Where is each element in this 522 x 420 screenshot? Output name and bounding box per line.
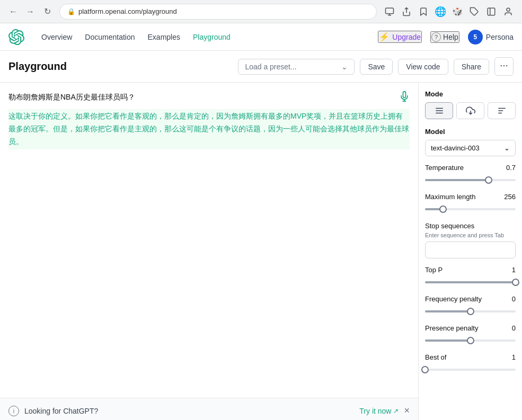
nav-overview[interactable]: Overview	[41, 33, 72, 41]
prompt-answer: 这取决于你的定义。如果你把它看作是客观的，那么是肯定的，因为詹姆斯拥有最多的MV…	[8, 109, 410, 149]
model-select[interactable]: text-davinci-003 ⌄	[425, 140, 516, 156]
help-label: Help	[443, 33, 458, 41]
svg-rect-2	[488, 8, 495, 15]
model-value: text-davinci-003	[431, 144, 480, 152]
back-button[interactable]: ←	[6, 5, 20, 19]
more-options-button[interactable]	[494, 57, 514, 76]
stop-sequences-hint: Enter sequence and press Tab	[425, 232, 516, 238]
forward-button[interactable]: →	[23, 5, 37, 19]
persona-button[interactable]: 5 Persona	[468, 30, 514, 44]
bottom-banner: i Looking for ChatGPT? Try it now ↗ ×	[0, 398, 418, 420]
top-p-value: 1	[512, 266, 516, 274]
browser-nav-icons: ← → ↻	[6, 5, 54, 19]
mode-edit-button[interactable]	[488, 102, 516, 119]
left-panel: 勒布朗詹姆斯是NBA历史最佳球员吗？ 这取决于你的定义。如果你把它看作是客观的，…	[0, 83, 419, 420]
prompt-question: 勒布朗詹姆斯是NBA历史最佳球员吗？	[8, 91, 410, 103]
view-code-button[interactable]: View code	[398, 59, 448, 75]
presence-penalty-label: Presence penalty	[425, 324, 478, 332]
model-chevron-icon: ⌄	[504, 144, 510, 152]
upgrade-button[interactable]: ⚡ Upgrade	[378, 31, 422, 43]
openai-logo	[8, 29, 24, 45]
page-title: Playground	[8, 60, 233, 73]
svg-point-6	[503, 65, 505, 66]
best-of-value: 1	[512, 353, 516, 361]
mic-icon[interactable]	[399, 91, 410, 104]
svg-point-5	[501, 65, 502, 66]
frequency-penalty-value: 0	[512, 295, 516, 303]
presence-penalty-value: 0	[512, 324, 516, 332]
best-of-section: Best of 1	[425, 353, 516, 375]
share-button[interactable]: Share	[454, 59, 489, 75]
nav-documentation[interactable]: Documentation	[85, 33, 135, 41]
app-nav: Overview Documentation Examples Playgrou…	[0, 23, 522, 51]
nav-links: Overview Documentation Examples Playgrou…	[41, 33, 365, 41]
help-circle-icon: ?	[431, 32, 441, 42]
refresh-button[interactable]: ↻	[40, 5, 54, 19]
preset-placeholder: Load a preset...	[245, 62, 296, 71]
max-length-value: 256	[504, 193, 516, 201]
bookmark-icon[interactable]	[416, 4, 431, 19]
content-area: 勒布朗詹姆斯是NBA历史最佳球员吗？ 这取决于你的定义。如果你把它看作是客观的，…	[0, 83, 522, 420]
mode-buttons	[425, 102, 516, 119]
upgrade-label: Upgrade	[392, 33, 421, 41]
mode-label: Mode	[425, 90, 516, 98]
frequency-penalty-slider[interactable]	[425, 306, 516, 317]
presence-penalty-slider[interactable]	[425, 335, 516, 346]
stop-sequences-label: Stop sequences	[425, 222, 516, 230]
nav-right: ⚡ Upgrade ? Help 5 Persona	[378, 30, 514, 44]
top-p-label: Top P	[425, 266, 443, 274]
try-it-now-text: Try it now	[359, 407, 391, 415]
temperature-slider[interactable]	[425, 175, 516, 185]
presence-penalty-section: Presence penalty 0	[425, 324, 516, 346]
best-of-label: Best of	[425, 353, 446, 361]
frequency-penalty-label: Frequency penalty	[425, 295, 482, 303]
prompt-box: 勒布朗詹姆斯是NBA历史最佳球员吗？ 这取决于你的定义。如果你把它看作是客观的，…	[8, 91, 410, 415]
temperature-value: 0.7	[506, 164, 516, 172]
info-icon: i	[8, 406, 19, 416]
temperature-label: Temperature	[425, 164, 464, 172]
profile-icon[interactable]	[501, 4, 516, 19]
mode-insert-button[interactable]	[456, 102, 484, 119]
bolt-icon: ⚡	[379, 32, 390, 42]
external-link-icon: ↗	[393, 407, 399, 415]
browser-chrome: ← → ↻ 🔒 platform.openai.com/playground 🌐…	[0, 0, 522, 23]
cast-icon[interactable]	[382, 4, 397, 19]
preset-select[interactable]: Load a preset... ⌄	[238, 59, 355, 75]
save-button[interactable]: Save	[360, 59, 393, 75]
window-icon[interactable]	[484, 4, 499, 19]
top-p-section: Top P 1	[425, 266, 516, 288]
url-text: platform.openai.com/playground	[78, 7, 177, 15]
model-section: Model text-davinci-003 ⌄	[425, 128, 516, 156]
stop-sequences-section: Stop sequences Enter sequence and press …	[425, 222, 516, 258]
chatgpt-link[interactable]: Try it now ↗	[359, 407, 399, 415]
temperature-section: Temperature 0.7	[425, 164, 516, 185]
address-bar[interactable]: 🔒 platform.openai.com/playground	[59, 4, 377, 20]
help-button[interactable]: ? Help	[430, 31, 459, 43]
max-length-section: Maximum length 256	[425, 193, 516, 215]
main-toolbar: Playground Load a preset... ⌄ Save View …	[0, 51, 522, 83]
share-icon[interactable]	[399, 4, 414, 19]
max-length-label: Maximum length	[425, 193, 475, 201]
extension-red-icon[interactable]: 🎲	[450, 4, 465, 19]
svg-point-7	[506, 65, 507, 66]
nav-playground[interactable]: Playground	[193, 33, 231, 41]
browser-actions: 🌐 🎲	[382, 4, 516, 19]
banner-text: Looking for ChatGPT?	[24, 407, 354, 415]
svg-point-4	[507, 8, 510, 11]
mode-complete-button[interactable]	[425, 102, 453, 119]
svg-rect-0	[386, 8, 394, 14]
stop-sequences-input[interactable]	[425, 242, 516, 258]
banner-close-button[interactable]: ×	[404, 405, 410, 416]
max-length-slider[interactable]	[425, 204, 516, 215]
persona-badge: 5	[468, 30, 483, 44]
puzzle-icon[interactable]	[467, 4, 482, 19]
preset-chevron-icon: ⌄	[341, 62, 348, 71]
right-panel: Mode Model text-davinci-003 ⌄ Temperatur…	[419, 83, 522, 420]
lock-icon: 🔒	[67, 8, 75, 15]
best-of-slider[interactable]	[425, 364, 516, 375]
earth-icon[interactable]: 🌐	[433, 4, 448, 19]
frequency-penalty-section: Frequency penalty 0	[425, 295, 516, 317]
top-p-slider[interactable]	[425, 277, 516, 288]
model-label: Model	[425, 128, 516, 136]
nav-examples[interactable]: Examples	[148, 33, 180, 41]
